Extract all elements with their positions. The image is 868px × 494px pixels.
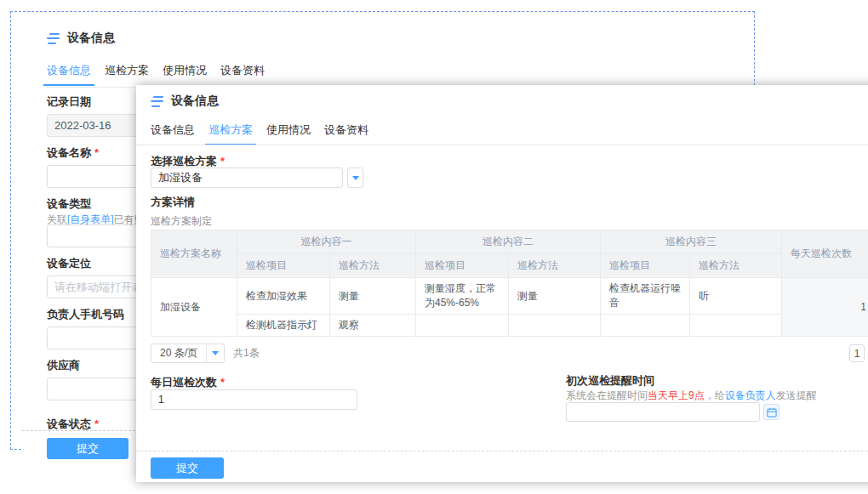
col-item-1: 巡检项目 bbox=[237, 254, 330, 278]
self-form-link[interactable]: [自身表单] bbox=[67, 213, 114, 225]
record-date-label: 记录日期 bbox=[47, 94, 91, 110]
device-type-label: 设备类型 bbox=[47, 196, 91, 212]
plan-select: 加湿设备 bbox=[151, 168, 363, 188]
device-name-label: 设备名称* bbox=[47, 145, 99, 161]
cell-item-2b bbox=[416, 315, 509, 337]
tabs-divider bbox=[136, 145, 868, 145]
col-method-1: 巡检方法 bbox=[330, 254, 416, 278]
cell-item-2a: 测量湿度，正常为45%-65% bbox=[416, 278, 509, 315]
back-form-header: 设备信息 bbox=[47, 31, 115, 46]
pagination: 20 条/页 共1条 bbox=[151, 344, 260, 363]
remind-time-picker bbox=[566, 402, 779, 422]
hint-time-highlight: 当天早上9点 bbox=[648, 389, 705, 401]
front-dialog: 设备信息 设备信息 巡检方案 使用情况 设备资料 选择巡检方案* 加湿设备 方案… bbox=[136, 85, 868, 482]
inspection-plan-table: 巡检方案名称 巡检内容一 巡检内容二 巡检内容三 每天巡检次数 巡检项目 巡检方… bbox=[151, 230, 868, 337]
tab-device-docs[interactable]: 设备资料 bbox=[324, 122, 368, 145]
plan-table-label: 巡检方案制定 bbox=[151, 214, 212, 229]
calendar-button[interactable] bbox=[763, 404, 779, 420]
cell-item-3b bbox=[601, 315, 690, 337]
table-header-group-row: 巡检方案名称 巡检内容一 巡检内容二 巡检内容三 每天巡检次数 bbox=[151, 230, 868, 254]
required-mark: * bbox=[220, 155, 225, 168]
tab-inspection-plan[interactable]: 巡检方案 bbox=[208, 122, 253, 145]
cell-method-1b: 观察 bbox=[330, 315, 416, 337]
supplier-label: 供应商 bbox=[47, 358, 80, 373]
table-row: 加湿设备 检查加湿效果 测量 测量湿度，正常为45%-65% 测量 检查机器运行… bbox=[151, 278, 868, 315]
required-mark: * bbox=[94, 417, 99, 430]
caret-down-icon bbox=[352, 176, 359, 180]
owner-phone-label: 负责人手机号码 bbox=[47, 307, 124, 322]
col-item-2: 巡检项目 bbox=[416, 254, 509, 278]
screen: 设备信息 设备信息 巡检方案 使用情况 设备资料 记录日期 设备名称* 设备类型… bbox=[0, 0, 868, 494]
required-mark: * bbox=[220, 376, 225, 389]
col-method-2: 巡检方法 bbox=[509, 254, 601, 278]
remind-time-hint: 系统会在提醒时间当天早上9点，给设备负责人发送提醒 bbox=[566, 389, 817, 403]
tab-device-info[interactable]: 设备信息 bbox=[151, 122, 195, 145]
cell-item-3a: 检查机器运行噪音 bbox=[601, 278, 690, 315]
menu-icon bbox=[47, 33, 60, 44]
device-location-label: 设备定位 bbox=[47, 256, 91, 271]
cell-method-1a: 测量 bbox=[330, 278, 416, 315]
caret-down-icon bbox=[207, 351, 224, 355]
plan-detail-title: 方案详情 bbox=[151, 195, 195, 210]
col-item-3: 巡检项目 bbox=[601, 254, 690, 278]
cell-daily-count: 1 bbox=[782, 278, 868, 337]
tab-inspection-plan[interactable]: 巡检方案 bbox=[105, 63, 149, 86]
col-method-3: 巡检方法 bbox=[690, 254, 782, 278]
col-daily-count: 每天巡检次数 bbox=[782, 230, 868, 278]
page-size-value: 20 条/页 bbox=[151, 346, 206, 361]
daily-count-field[interactable] bbox=[151, 389, 357, 410]
cell-item-1b: 检测机器指示灯 bbox=[237, 315, 330, 337]
total-count: 共1条 bbox=[233, 346, 260, 361]
front-dialog-header: 设备信息 bbox=[151, 94, 219, 109]
cell-item-1a: 检查加湿效果 bbox=[237, 278, 330, 315]
front-dialog-title: 设备信息 bbox=[171, 94, 219, 109]
remind-time-field[interactable] bbox=[566, 402, 760, 422]
cell-method-3b bbox=[690, 315, 782, 337]
plan-select-value[interactable]: 加湿设备 bbox=[151, 168, 343, 188]
front-dialog-tabs: 设备信息 巡检方案 使用情况 设备资料 bbox=[151, 122, 368, 145]
col-content-3: 巡检内容三 bbox=[601, 230, 782, 254]
back-submit-button[interactable]: 提交 bbox=[47, 438, 128, 459]
remind-time-label: 初次巡检提醒时间 bbox=[566, 373, 654, 389]
col-content-1: 巡检内容一 bbox=[237, 230, 416, 254]
col-plan-name: 巡检方案名称 bbox=[151, 230, 237, 278]
page-number-button[interactable]: 1 bbox=[849, 344, 865, 362]
back-form-title: 设备信息 bbox=[67, 31, 115, 46]
table-header-sub-row: 巡检项目 巡检方法 巡检项目 巡检方法 巡检项目 巡检方法 bbox=[151, 254, 868, 278]
calendar-icon bbox=[767, 407, 777, 417]
col-content-2: 巡检内容二 bbox=[416, 230, 601, 254]
back-form-tabs: 设备信息 巡检方案 使用情况 设备资料 bbox=[47, 63, 265, 86]
tab-usage[interactable]: 使用情况 bbox=[163, 63, 207, 86]
footer-divider bbox=[136, 451, 868, 451]
daily-count-label: 每日巡检次数* bbox=[151, 375, 225, 390]
tab-device-info[interactable]: 设备信息 bbox=[47, 63, 91, 86]
tab-device-docs[interactable]: 设备资料 bbox=[220, 63, 265, 86]
cell-plan-name: 加湿设备 bbox=[151, 278, 237, 337]
menu-icon bbox=[151, 96, 164, 107]
cell-method-2a: 测量 bbox=[509, 278, 601, 315]
page-size-select[interactable]: 20 条/页 bbox=[151, 344, 225, 363]
front-submit-button[interactable]: 提交 bbox=[151, 457, 224, 479]
table-row: 检测机器指示灯 观察 bbox=[151, 315, 868, 337]
cell-method-3a: 听 bbox=[690, 278, 782, 315]
cell-method-2b bbox=[509, 315, 601, 337]
hint-owner-highlight: 设备负责人 bbox=[725, 389, 776, 401]
tab-usage[interactable]: 使用情况 bbox=[266, 122, 311, 145]
plan-select-caret-button[interactable] bbox=[347, 168, 363, 188]
required-mark: * bbox=[94, 146, 99, 159]
